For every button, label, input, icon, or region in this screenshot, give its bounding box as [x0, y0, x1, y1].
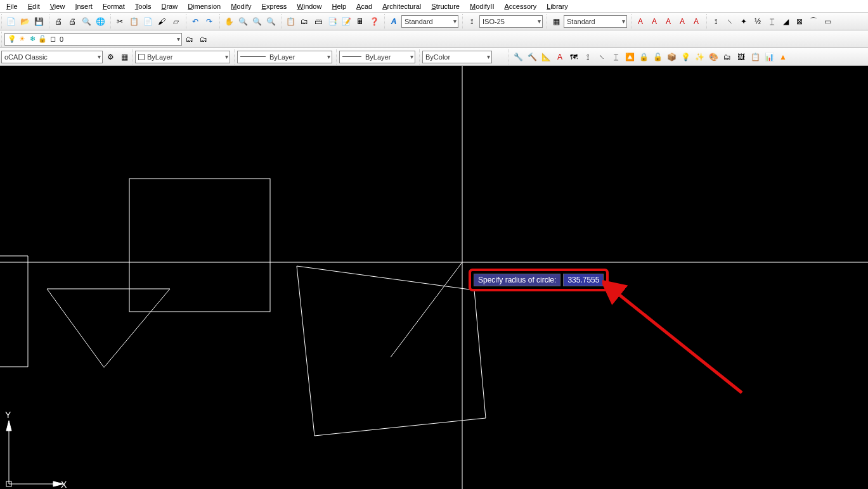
- match-button[interactable]: 🖌: [155, 15, 168, 28]
- toolpalettes-button[interactable]: 🗃: [312, 15, 325, 28]
- preview-button[interactable]: 🔍: [80, 15, 93, 28]
- ext19-icon[interactable]: 📊: [763, 51, 775, 63]
- layerprops-button[interactable]: 🗂: [183, 33, 196, 46]
- markup-button[interactable]: 📝: [340, 15, 353, 28]
- menu-express[interactable]: Express: [257, 1, 292, 11]
- undo-button[interactable]: ↶: [189, 15, 202, 28]
- ext2-icon[interactable]: 🔨: [526, 51, 538, 63]
- lineweight-dropdown[interactable]: ByLayer: [339, 51, 415, 63]
- workspace-settings-button[interactable]: ⚙: [104, 51, 117, 63]
- menu-format[interactable]: Format: [98, 1, 130, 11]
- menu-library[interactable]: Library: [541, 1, 573, 11]
- menu-structure[interactable]: Structure: [426, 1, 465, 11]
- ext15-icon[interactable]: 🎨: [707, 51, 720, 63]
- linetype-dropdown[interactable]: ByLayer: [237, 51, 332, 63]
- ext1-icon[interactable]: 🔧: [512, 51, 524, 63]
- print-button[interactable]: 🖨: [52, 15, 65, 28]
- ext13-icon[interactable]: 💡: [679, 51, 692, 63]
- dim-style-dropdown[interactable]: ISO-25: [479, 15, 543, 28]
- dim3-icon[interactable]: ✦: [737, 15, 750, 28]
- ext16-icon[interactable]: 🗂: [721, 51, 734, 63]
- properties-button[interactable]: 📋: [284, 15, 297, 28]
- menu-draw[interactable]: Draw: [156, 1, 183, 11]
- dim4-icon[interactable]: ½: [751, 15, 764, 28]
- tablestyle-icon[interactable]: ▦: [550, 15, 562, 28]
- workspace-dropdown[interactable]: oCAD Classic: [1, 51, 103, 63]
- annot-a3-icon[interactable]: A: [662, 15, 675, 28]
- open-button[interactable]: 📂: [18, 15, 31, 28]
- annot-a2-icon[interactable]: A: [648, 15, 661, 28]
- sheetset-button[interactable]: 📑: [326, 15, 339, 28]
- menu-edit[interactable]: Edit: [23, 1, 45, 11]
- zoomprev-button[interactable]: 🔍: [264, 15, 277, 28]
- qcalc-button[interactable]: 🖩: [354, 15, 366, 28]
- freeze-icon: ❄: [28, 35, 37, 44]
- ext10-icon[interactable]: 🔒: [637, 51, 650, 63]
- text-style-dropdown[interactable]: Standard: [401, 15, 458, 28]
- plotstyle-dropdown[interactable]: ByColor: [422, 51, 492, 63]
- svg-marker-6: [47, 289, 170, 367]
- dim5-icon[interactable]: ⌶: [765, 15, 778, 28]
- dim2-icon[interactable]: ⟍: [723, 15, 736, 28]
- layer-dropdown[interactable]: 💡 ☀ ❄ 🔓 ◻ 0: [4, 33, 182, 46]
- lock-icon: 🔓: [38, 35, 47, 44]
- ext20-icon[interactable]: ▲: [777, 51, 789, 63]
- menu-view[interactable]: View: [45, 1, 70, 11]
- layer-value: 0: [60, 35, 63, 43]
- save-button[interactable]: 💾: [32, 15, 45, 28]
- redo-button[interactable]: ↷: [203, 15, 216, 28]
- eraser-button[interactable]: ▱: [169, 15, 182, 28]
- annot-a5-icon[interactable]: A: [690, 15, 703, 28]
- annot-a1-icon[interactable]: A: [634, 15, 647, 28]
- ext6-icon[interactable]: ⟟: [581, 51, 594, 63]
- drawing-canvas[interactable]: Y X: [0, 66, 868, 489]
- cut-button[interactable]: ✂: [113, 15, 126, 28]
- ext14-icon[interactable]: ✨: [693, 51, 706, 63]
- new-button[interactable]: 📄: [4, 15, 17, 28]
- dim-style-value: ISO-25: [483, 18, 505, 25]
- ext9-icon[interactable]: 🔼: [623, 51, 636, 63]
- menu-window[interactable]: Window: [292, 1, 327, 11]
- dim7-icon[interactable]: ⊠: [793, 15, 806, 28]
- menu-modify[interactable]: Modify: [226, 1, 256, 11]
- annot-a4-icon[interactable]: A: [676, 15, 689, 28]
- publish-button[interactable]: 🌐: [94, 15, 107, 28]
- pan-button[interactable]: ✋: [223, 15, 235, 28]
- color-dropdown[interactable]: ByLayer: [135, 51, 230, 63]
- ext8-icon[interactable]: ⌶: [609, 51, 622, 63]
- ext5-icon[interactable]: 🗺: [567, 51, 580, 63]
- dim1-icon[interactable]: ⟟: [709, 15, 722, 28]
- ext17-icon[interactable]: 🖼: [735, 51, 748, 63]
- menu-dimension[interactable]: Dimension: [183, 1, 226, 11]
- paste-button[interactable]: 📄: [141, 15, 154, 28]
- dynamic-radius-input[interactable]: 335.7555: [563, 274, 604, 286]
- zoomwin-button[interactable]: 🔍: [250, 15, 263, 28]
- ext11-icon[interactable]: 🔓: [651, 51, 664, 63]
- table-style-dropdown[interactable]: Standard: [564, 15, 627, 28]
- layeriso-button[interactable]: 🗂: [197, 33, 210, 46]
- menu-file[interactable]: File: [1, 1, 23, 11]
- dimstyle-icon[interactable]: ⟟: [465, 15, 478, 28]
- ext18-icon[interactable]: 📋: [749, 51, 761, 63]
- menu-architectural[interactable]: Architectural: [377, 1, 426, 11]
- copy-button[interactable]: 📋: [127, 15, 140, 28]
- ext7-icon[interactable]: ⟍: [595, 51, 608, 63]
- dim6-icon[interactable]: ◢: [779, 15, 792, 28]
- menu-acad[interactable]: Acad: [351, 1, 377, 11]
- ext4-icon[interactable]: A: [554, 51, 566, 63]
- dim9-icon[interactable]: ▭: [821, 15, 834, 28]
- menu-modify2[interactable]: ModifyII: [465, 1, 500, 11]
- designcenter-button[interactable]: 🗂: [298, 15, 311, 28]
- help-button[interactable]: ❓: [368, 15, 380, 28]
- toolpalette-button[interactable]: ▦: [118, 51, 131, 63]
- dim8-icon[interactable]: ⌒: [807, 15, 820, 28]
- plot-button[interactable]: 🖨: [66, 15, 79, 28]
- ext3-icon[interactable]: 📐: [540, 51, 552, 63]
- ext12-icon[interactable]: 📦: [665, 51, 678, 63]
- menu-insert[interactable]: Insert: [70, 1, 98, 11]
- textstyle-icon[interactable]: A: [387, 15, 400, 28]
- menu-tools[interactable]: Tools: [130, 1, 157, 11]
- menu-accessory[interactable]: Accessory: [499, 1, 541, 11]
- menu-help[interactable]: Help: [327, 1, 351, 11]
- zoom-button[interactable]: 🔍: [236, 15, 249, 28]
